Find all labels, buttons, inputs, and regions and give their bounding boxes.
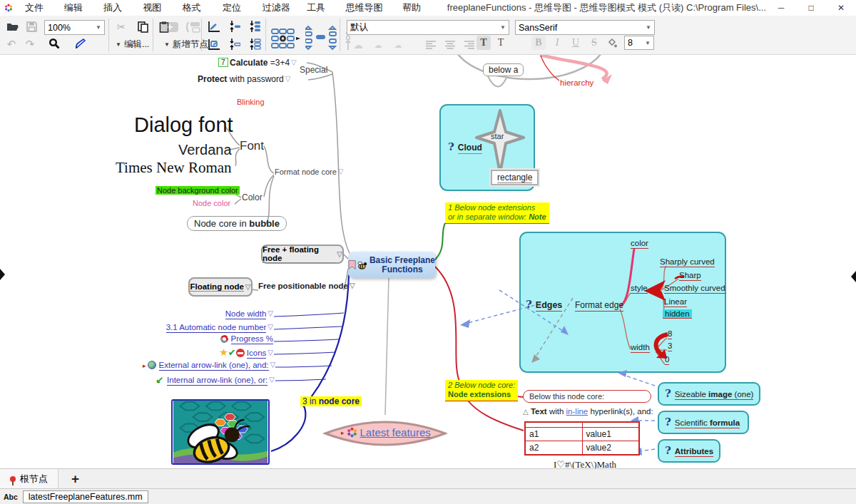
node-font[interactable]: Font (240, 139, 264, 153)
fold-icon[interactable]: ▽ (285, 75, 291, 83)
copy-button[interactable] (136, 20, 150, 34)
note-below-extensions[interactable]: 1 Below node extensions or in separate w… (445, 202, 549, 224)
node-format-node-core[interactable]: Format node core▽ (275, 168, 344, 176)
node-calc-result[interactable]: 7 (218, 58, 228, 67)
node-special[interactable]: Special (300, 65, 327, 75)
menu-format[interactable]: 格式(O) (175, 0, 216, 16)
node-progress[interactable]: Progress % (171, 334, 273, 343)
node-scientific-formula[interactable]: ?Scientific formula (665, 416, 740, 428)
style-combobox[interactable]: 默认 ▼ (347, 20, 509, 35)
note-below-node-core[interactable]: 2 Below node core: Node extensions (445, 380, 518, 401)
cell-a2[interactable]: a2 (525, 441, 582, 455)
menu-help[interactable]: 帮助(H) (396, 0, 436, 16)
outline-view-button[interactable] (207, 19, 221, 34)
list-gap-outline-button[interactable] (248, 37, 263, 51)
minimize-button[interactable]: ─ (766, 0, 796, 16)
strikethrough-button[interactable]: S (587, 36, 601, 50)
node-times-new-roman[interactable]: Times New Roman (116, 159, 232, 177)
node-background-color[interactable]: Node background color (156, 186, 240, 195)
table-row[interactable]: a2value2 (525, 441, 639, 455)
node-text-hyperlink[interactable]: △ Text with in-line hyperlink(s), and: (523, 407, 653, 416)
undo-button[interactable]: ↶ (4, 37, 19, 51)
node-dialog-font[interactable]: Dialog font (134, 113, 233, 137)
text-ltr-button[interactable]: T (477, 36, 491, 50)
node-core-in-bubble[interactable]: Node core in bubble (187, 216, 287, 231)
cell-value2[interactable]: value2 (582, 441, 639, 455)
menu-navigate[interactable]: 定位(N) (216, 0, 256, 16)
cut-button[interactable]: ✂ (114, 20, 128, 34)
node-verdana[interactable]: Verdana (178, 142, 232, 158)
node-auto-number[interactable]: 3.1 Automatic node number▽ (143, 323, 273, 331)
edit-dropdown[interactable]: ▼ 编辑... (116, 38, 149, 51)
menu-file[interactable]: 文件(F) (19, 0, 58, 16)
italic-button[interactable]: I (550, 36, 564, 50)
node-color-parent[interactable]: Color (242, 192, 263, 202)
cloud-button[interactable]: ☁ (351, 38, 365, 52)
cloud-shape-button[interactable]: ☁ (371, 38, 385, 52)
node-spacing-button[interactable] (228, 19, 242, 34)
tab-root-node[interactable]: 根节点 (0, 469, 58, 489)
font-size-combobox[interactable]: 8 ▼ (624, 36, 654, 50)
node-floating[interactable]: Floating node▽ (188, 277, 253, 297)
node-format-edge[interactable]: Format edge (575, 300, 623, 312)
bold-button[interactable]: B (531, 36, 546, 50)
fold-icon[interactable]: ▽ (350, 282, 355, 289)
node-width-3[interactable]: 3 (668, 341, 672, 351)
node-free-positionable[interactable]: Free positionable node▽ (258, 282, 355, 290)
search-button[interactable] (47, 36, 61, 51)
map-canvas[interactable]: 7 Calculate =3+4▽ Special Protect with p… (0, 55, 856, 468)
bee-image[interactable] (171, 399, 270, 465)
menu-tools[interactable]: 工具(T) (300, 0, 340, 16)
node-linear[interactable]: Linear (664, 297, 687, 307)
node-rectangle[interactable]: rectangle (491, 170, 539, 185)
node-width-edge[interactable]: width (631, 343, 650, 353)
layout-direction-button[interactable] (305, 24, 337, 51)
cell-value1[interactable]: value1 (582, 427, 639, 441)
root-node[interactable]: Basic FreeplaneFunctions (348, 252, 435, 278)
node-in-node-core[interactable]: 3 in node core (300, 396, 362, 406)
node-width-0[interactable]: 0 (665, 355, 669, 365)
text-rtl-button[interactable]: T (494, 36, 508, 50)
align-right-button[interactable] (462, 38, 477, 52)
align-center-button[interactable] (443, 38, 457, 52)
menu-edit[interactable]: 编辑(E) (58, 0, 97, 16)
node-icons[interactable]: ★✔ Icons▽ (171, 346, 273, 358)
node-blinking[interactable]: Blinking (237, 98, 265, 106)
add-tab-button[interactable]: + (58, 471, 92, 487)
node-smoothly-curved[interactable]: Smoothly curved (664, 284, 725, 294)
node-star[interactable]: star (475, 109, 525, 177)
node-external-link[interactable]: ▸External arrow-link (one), and:▽ (143, 361, 275, 369)
fold-icon[interactable]: ▽ (269, 376, 275, 384)
node-latest-features[interactable]: ▸ Latest features (322, 415, 448, 452)
fold-icon[interactable]: ▽ (338, 168, 344, 175)
redo-button[interactable]: ↷ (23, 37, 37, 51)
cloud-rect-button[interactable]: ☁ (391, 38, 405, 52)
save-map-button[interactable] (24, 19, 39, 34)
fold-icon[interactable]: ▽ (245, 283, 251, 291)
font-family-combobox[interactable]: SansSerif ▼ (515, 20, 655, 35)
maximize-button[interactable]: □ (796, 0, 826, 16)
node-edge-color[interactable]: color (631, 239, 648, 249)
table-row[interactable]: a1value1 (525, 427, 639, 441)
node-calculate[interactable]: Calculate =3+4▽ (230, 58, 297, 68)
underline-button[interactable]: U (569, 36, 583, 50)
fold-icon[interactable]: ▽ (270, 361, 276, 369)
latest-features-link[interactable]: Latest features (360, 426, 431, 438)
node-free-floating[interactable]: Free + floating node▽ (261, 245, 344, 264)
zoom-combobox[interactable]: 100% ▼ (44, 20, 105, 35)
menu-mindmap[interactable]: 思维导图(M) (340, 0, 396, 16)
node-hierarchy[interactable]: hierarchy (560, 78, 593, 87)
menu-filter[interactable]: 过滤器(I) (256, 0, 300, 16)
attribute-table[interactable]: a1value1 a2value2 (524, 421, 640, 456)
node-internal-link[interactable]: ↙Internal arrow-link (one), or:▽ (150, 374, 275, 385)
node-protect[interactable]: Protect with password▽ (198, 74, 290, 84)
menu-view[interactable]: 视图(V) (136, 0, 175, 16)
node-attributes[interactable]: ?Attributes (665, 444, 713, 457)
fold-icon[interactable]: ▽ (268, 349, 273, 356)
node-style[interactable]: style (631, 284, 648, 294)
node-gap-outline-button[interactable] (228, 37, 242, 51)
add-child-button[interactable] (184, 20, 201, 34)
node-sharply-curved[interactable]: Sharply curved (660, 257, 715, 267)
fold-icon[interactable]: ▽ (337, 250, 342, 258)
node-color[interactable]: Node color (193, 199, 230, 207)
